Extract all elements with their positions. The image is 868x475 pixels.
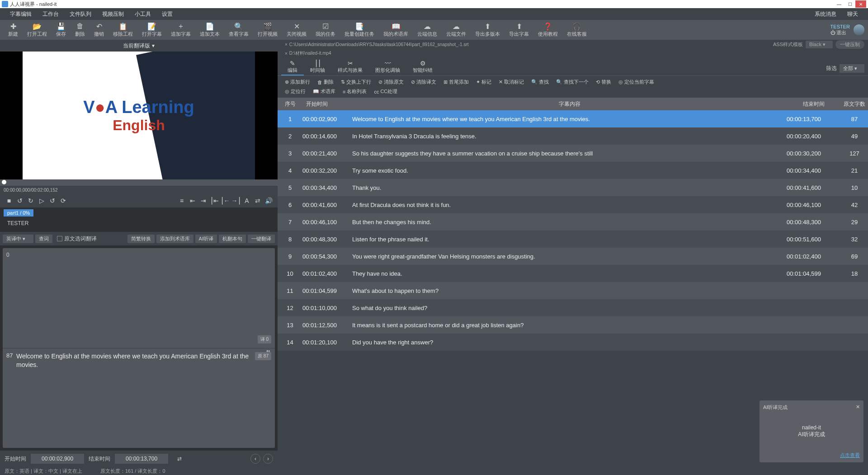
table-row[interactable]: 1400:01:20,100Did you have the right ans… <box>278 334 868 351</box>
menu-item-0[interactable]: 字幕编辑 <box>5 10 37 18</box>
action-取消标记[interactable]: ✕取消标记 <box>495 78 528 86</box>
mode-tab-样式与效果[interactable]: ✂样式与效果 <box>331 59 369 75</box>
toolbar-批量创建任务[interactable]: 📑批量创建任务 <box>340 21 379 38</box>
close-button[interactable]: ✕ <box>855 0 866 8</box>
action-清除译文[interactable]: ⊘清除译文 <box>407 78 440 86</box>
toolbar-查看字幕[interactable]: 🔍查看字幕 <box>224 21 253 38</box>
stop-icon[interactable]: ■ <box>4 195 14 206</box>
table-row[interactable]: 900:00:54,300You were right great-grandf… <box>278 248 868 265</box>
control-icon-5[interactable]: ⎮← <box>220 195 231 206</box>
toolbar-我的术语库[interactable]: 📖我的术语库 <box>379 21 413 38</box>
menu-right-0[interactable]: 系统消息 <box>809 10 842 18</box>
next-button[interactable]: › <box>263 454 273 464</box>
exit-button[interactable]: ⏻退出 <box>830 29 850 36</box>
toolbar-新建[interactable]: ✚新建 <box>4 21 23 38</box>
action-清除原文[interactable]: ⊘清除原文 <box>375 78 407 86</box>
menu-right-1[interactable]: 聊天 <box>842 10 863 18</box>
action-查找下一个[interactable]: 🔍查找下一个 <box>552 78 592 86</box>
compress-button[interactable]: 一键压制 <box>835 40 864 49</box>
trans-btn-0[interactable]: 简繁转换 <box>127 235 155 243</box>
menu-item-3[interactable]: 视频压制 <box>97 10 129 18</box>
action-首尾添加[interactable]: ⊞首尾添加 <box>440 78 472 86</box>
toolbar-导出多版本[interactable]: ⬆导出多版本 <box>471 21 505 38</box>
menu-item-1[interactable]: 工作台 <box>37 10 64 18</box>
toolbar-导出字幕[interactable]: ⬆导出字幕 <box>505 21 533 38</box>
action-交换上下行[interactable]: ⇅交换上下行 <box>337 78 375 86</box>
toolbar-在线客服[interactable]: 🎧在线客服 <box>562 21 591 38</box>
action-名称列表[interactable]: ≡名称列表 <box>339 87 370 96</box>
action-标记[interactable]: ✦标记 <box>472 78 495 86</box>
table-row[interactable]: 1100:01:04,599What's about to happen to … <box>278 282 868 299</box>
action-定位行[interactable]: ◎定位行 <box>281 87 309 96</box>
step-fwd-icon[interactable]: ↺ <box>47 195 58 206</box>
menu-item-2[interactable]: 文件队列 <box>64 10 97 18</box>
end-time-input[interactable]: 00:00:13,700 <box>115 454 168 464</box>
action-删除[interactable]: 🗑删除 <box>314 78 337 86</box>
control-icon-1[interactable]: ≡ <box>176 195 187 206</box>
control-icon-2[interactable]: ⇤ <box>187 195 198 206</box>
lang-dropdown[interactable]: 英译中 ▾ <box>3 235 33 243</box>
action-查找[interactable]: 🔍查找 <box>528 78 552 86</box>
toolbar-撤销[interactable]: ↶撤销 <box>90 21 108 38</box>
action-术语库[interactable]: 📖术语库 <box>309 87 339 96</box>
toolbar-追加字幕[interactable]: ＋追加字幕 <box>166 21 195 38</box>
part-badge[interactable]: part1 / 0% <box>4 209 33 216</box>
toolbar-使用教程[interactable]: ❓使用教程 <box>533 21 562 38</box>
version-dropdown[interactable]: 当前翻译版 ▾ <box>0 40 278 52</box>
toolbar-关闭视频[interactable]: ✕关闭视频 <box>282 21 311 38</box>
toolbar-打开工程[interactable]: 📂打开工程 <box>23 21 52 38</box>
loop-toggle-icon[interactable]: ⇄ <box>177 456 182 462</box>
play-icon[interactable]: ▷ <box>36 195 47 206</box>
table-row[interactable]: 1200:01:10,000So what do you think naile… <box>278 299 868 316</box>
trans-btn-4[interactable]: 一键翻译 <box>248 235 275 243</box>
toolbar-打开字幕[interactable]: 📝打开字幕 <box>137 21 166 38</box>
control-icon-4[interactable]: ⎮⇤ <box>209 195 220 206</box>
mode-tab-图形化调轴[interactable]: 〰图形化调轴 <box>369 59 406 75</box>
toolbar-我的任务[interactable]: ☑我的任务 <box>311 21 340 38</box>
trans-btn-3[interactable]: 机翻本句 <box>219 235 246 243</box>
toolbar-移除工程[interactable]: 📋移除工程 <box>108 21 137 38</box>
action-定位当前字幕[interactable]: ◎定位当前字幕 <box>615 78 658 86</box>
action-添加新行[interactable]: ⊕添加新行 <box>281 78 314 86</box>
action-替换[interactable]: ⟲替换 <box>592 78 615 86</box>
table-row[interactable]: 400:00:32,200Try some exotic food.00:00:… <box>278 162 868 179</box>
menu-item-4[interactable]: 小工具 <box>129 10 156 18</box>
video-timeline[interactable] <box>0 179 278 186</box>
step-back-icon[interactable]: ↻ <box>25 195 36 206</box>
toolbar-云端文件[interactable]: ☁云端文件 <box>442 21 471 38</box>
loop-icon[interactable]: ⟳ <box>58 195 69 206</box>
table-row[interactable]: 300:00:21,400So his daughter suggests th… <box>278 145 868 162</box>
original-editor[interactable]: 原 87 87 Welcome to English at the movies… <box>3 348 275 448</box>
font-size-icon[interactable]: A <box>241 195 252 206</box>
ass-template-dropdown[interactable]: Black ▾ <box>806 41 833 48</box>
toolbar-云端信息[interactable]: ☁云端信息 <box>413 21 442 38</box>
close-icon[interactable]: × <box>285 51 288 56</box>
prev-button[interactable]: ‹ <box>250 454 260 464</box>
maximize-button[interactable]: ☐ <box>844 0 855 8</box>
table-row[interactable]: 700:00:46,100But then he changes his min… <box>278 213 868 230</box>
toolbar-追加文本[interactable]: 📄追加文本 <box>195 21 224 38</box>
toolbar-删除[interactable]: 🗑删除 <box>71 21 90 38</box>
file-tab-srt[interactable]: ×C:\Users\Administrator\Downloads\RRYSJ\… <box>281 42 472 47</box>
translation-editor[interactable]: 0 <box>3 248 275 348</box>
trans-btn-1[interactable]: 添加到术语库 <box>156 235 193 243</box>
table-row[interactable]: 1300:01:12,500It means is it sent a post… <box>278 316 868 334</box>
toolbar-保存[interactable]: 💾保存 <box>52 21 71 38</box>
search-word-button[interactable]: 查词 <box>35 235 52 243</box>
table-row[interactable]: 600:00:41,600At first Dracula does not t… <box>278 196 868 213</box>
start-time-input[interactable]: 00:00:02,900 <box>31 454 84 464</box>
trans-btn-2[interactable]: AI听译 <box>195 235 217 243</box>
filter-dropdown[interactable]: 全部 ▾ <box>840 64 864 73</box>
video-player[interactable]: V●A Learning English <box>0 52 278 179</box>
volume-icon[interactable]: 🔊 <box>263 195 274 206</box>
minimize-button[interactable]: — <box>834 0 844 8</box>
mode-tab-智能纠错[interactable]: ⚙智能纠错 <box>406 59 439 75</box>
mode-tab-时间轴[interactable]: ⎮⎮时间轴 <box>304 59 331 75</box>
close-icon[interactable]: × <box>285 42 288 47</box>
table-row[interactable]: 800:00:48,300Listen for the phrase naile… <box>278 230 868 248</box>
avatar[interactable] <box>854 24 864 35</box>
action-CC处理[interactable]: ccCC处理 <box>370 87 401 96</box>
control-icon-6[interactable]: →⎮ <box>231 195 241 206</box>
orig-select-checkbox[interactable] <box>57 236 62 241</box>
table-row[interactable]: 100:00:02,900Welcome to English at the m… <box>278 110 868 127</box>
